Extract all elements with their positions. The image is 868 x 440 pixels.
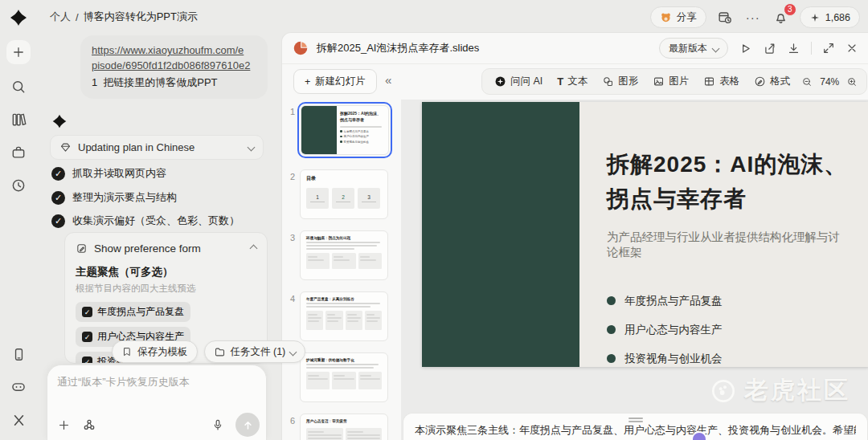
image-tool[interactable]: 图片	[645, 69, 696, 94]
slide-thumbnail-2[interactable]: 目录 1 2 3	[300, 169, 388, 219]
toc-item: 1	[306, 188, 329, 209]
agents-icon[interactable]	[82, 418, 96, 432]
more-menu-icon[interactable]: ···	[743, 8, 763, 27]
app-logo-icon[interactable]	[8, 7, 29, 28]
slide-number: 2	[282, 169, 300, 219]
shape-tool[interactable]: 图形	[595, 69, 645, 94]
checkbox-checked-icon: ✓	[82, 332, 92, 342]
chevron-down-icon	[248, 144, 256, 152]
collapse-panel-icon[interactable]: «	[385, 73, 391, 87]
thumbnail-row: 3 环境与触底：拐点为何出现	[282, 230, 401, 280]
mobile-app-icon[interactable]	[8, 344, 29, 365]
check-circle-icon: ✓	[51, 191, 65, 205]
shape-tool-icon	[602, 75, 614, 88]
present-play-icon[interactable]	[739, 42, 752, 55]
discord-icon[interactable]	[8, 377, 29, 397]
schedule-icon[interactable]	[715, 8, 735, 27]
check-circle-icon: ✓	[51, 167, 65, 181]
table-tool[interactable]: 表格	[696, 69, 747, 94]
slide-bullets: 年度拐点与产品复盘 用户心态与内容生产 投资视角与创业机会	[607, 294, 848, 366]
drag-handle[interactable]	[628, 418, 643, 424]
slide-thumbnail-3[interactable]: 环境与触底：拐点为何出现	[300, 230, 388, 280]
image-tool-icon	[653, 75, 665, 88]
library-icon[interactable]	[8, 109, 29, 130]
zoom-out-icon[interactable]	[797, 69, 817, 94]
slide-thumbnail-1[interactable]: 拆解2025：AI的泡沫、拐点与幸存者 年度拐点与产品复盘 用户心态与内容生产 …	[301, 105, 389, 155]
text-tool[interactable]: T 文本	[550, 69, 595, 94]
thumbnail-row: 6 用户心态变迁：审美疲劳	[282, 414, 401, 440]
current-slide[interactable]: 拆解2025：AI的泡沫、拐点与幸存者 为产品经理与行业从业者提供结构化理解与讨…	[422, 102, 868, 367]
ask-ai-tool[interactable]: 问问 AI	[487, 69, 550, 94]
checklist-item[interactable]: ✓ 收集演示偏好（受众、色彩、页数）	[51, 214, 240, 228]
microphone-icon[interactable]	[211, 418, 224, 431]
preference-form-header[interactable]: Show preference form	[76, 242, 256, 255]
assistant-logo-icon	[51, 113, 68, 129]
thumbnail-row: 4 年度产品复盘：从高分到低谷	[282, 291, 401, 341]
slide-tools: 问问 AI T 文本 图形 图片 表格 格式	[481, 68, 867, 95]
format-tool-icon	[754, 75, 766, 88]
message-link[interactable]: https://www.xiaoyuzhoufm.com/episode/695…	[92, 43, 256, 74]
new-task-button[interactable]	[6, 40, 31, 64]
table-tool-icon	[703, 75, 715, 88]
slide-thumbnail-5[interactable]: 护城河重塑：供给侧与数字化	[300, 352, 388, 402]
slide-canvas: 拆解2025：AI的泡沫、拐点与幸存者 为产品经理与行业从业者提供结构化理解与讨…	[401, 100, 868, 440]
checklist-item[interactable]: ✓ 整理为演示要点与结构	[51, 190, 177, 205]
chat-input[interactable]	[57, 375, 256, 409]
save-as-template-button[interactable]: 保存为模板	[112, 340, 198, 363]
share-button[interactable]: 分享	[650, 6, 706, 28]
checkbox-checked-icon: ✓	[82, 307, 92, 317]
form-edit-icon	[76, 242, 88, 255]
checklist-item[interactable]: ✓ 抓取并读取网页内容	[51, 166, 166, 181]
breadcrumb-current: 博客内容转化为PPT演示	[84, 10, 198, 24]
notification-badge: 3	[784, 3, 796, 16]
download-icon[interactable]	[787, 42, 800, 55]
fullscreen-expand-icon[interactable]	[822, 42, 835, 55]
folder-icon	[214, 346, 226, 358]
history-icon[interactable]	[8, 175, 29, 196]
message-list-number: 1	[92, 75, 97, 91]
text-tool-icon: T	[557, 75, 563, 88]
user-message-bubble: https://www.xiaoyuzhoufm.com/episode/695…	[80, 35, 268, 99]
left-sidebar	[0, 0, 37, 440]
breadcrumb-root[interactable]: 个人	[50, 10, 71, 24]
slide-thumbnail-6[interactable]: 用户心态变迁：审美疲劳	[300, 414, 388, 440]
chat-composer	[47, 365, 267, 440]
slide-thumbnail-4[interactable]: 年度产品复盘：从高分到低谷	[300, 291, 388, 341]
search-icon[interactable]	[8, 76, 29, 97]
thumbnail-row: 2 目录 1 2 3	[282, 169, 401, 219]
version-selector[interactable]: 最新版本	[659, 38, 728, 59]
close-icon[interactable]	[845, 42, 858, 55]
export-share-icon[interactable]	[763, 42, 776, 55]
format-tool[interactable]: 格式	[747, 69, 797, 94]
selected-thumbnail-ring: 拆解2025：AI的泡沫、拐点与幸存者 年度拐点与产品复盘 用户心态与内容生产 …	[297, 102, 392, 158]
workspace-icon[interactable]	[8, 142, 29, 163]
bullet-dot	[607, 325, 616, 334]
zoom-in-icon[interactable]	[842, 69, 862, 94]
zoom-level[interactable]: 74%	[817, 76, 842, 88]
slide-bullet[interactable]: 年度拐点与产品复盘	[607, 294, 848, 308]
breadcrumb-separator: /	[76, 11, 79, 23]
chat-floating-actions: 保存为模板 任务文件 (1)	[112, 340, 305, 363]
ai-logo-icon	[494, 75, 506, 88]
credits-pill[interactable]: 1,686	[800, 6, 860, 28]
slide-thumbnails-rail: 1 拆解2025：AI的泡沫、拐点与幸存者 年度拐点与产品复盘 用户心态与内容生…	[282, 100, 401, 440]
slide-subtitle[interactable]: 为产品经理与行业从业者提供结构化理解与讨论框架	[607, 230, 848, 260]
bullet-dot	[607, 296, 616, 305]
toc-item: 3	[358, 188, 380, 209]
topic-option-checked[interactable]: ✓年度拐点与产品复盘	[76, 302, 190, 322]
x-twitter-icon[interactable]	[8, 409, 29, 430]
slide-bullet[interactable]: 用户心态与内容生产	[607, 323, 848, 337]
plan-status-collapsible[interactable]: Updating plan in Chinese	[50, 135, 264, 160]
speaker-notes-text: 本演示聚焦三条主线：年度拐点与产品复盘、用户心态与内容生产、投资视角与创业机会。…	[415, 423, 856, 438]
send-button[interactable]	[235, 413, 260, 437]
task-files-button[interactable]: 任务文件 (1)	[204, 340, 306, 363]
topic-section-hint: 根据节目内容的四大主线预选	[76, 283, 256, 295]
slide-title[interactable]: 拆解2025：AI的泡沫、拐点与幸存者	[607, 147, 848, 217]
attach-plus-icon[interactable]	[57, 418, 71, 432]
slide-bullet[interactable]: 投资视角与创业机会	[607, 352, 848, 366]
speaker-notes-panel[interactable]: 本演示聚焦三条主线：年度拐点与产品复盘、用户心态与内容生产、投资视角与创业机会。…	[403, 413, 868, 440]
new-slide-button[interactable]: + 新建幻灯片	[293, 69, 377, 94]
editor-toolbar-row: + 新建幻灯片 « 问问 AI T 文本 图形 图片 表格	[282, 64, 868, 100]
slides-file-icon	[292, 39, 309, 57]
notifications-bell-icon[interactable]: 3	[772, 8, 791, 27]
